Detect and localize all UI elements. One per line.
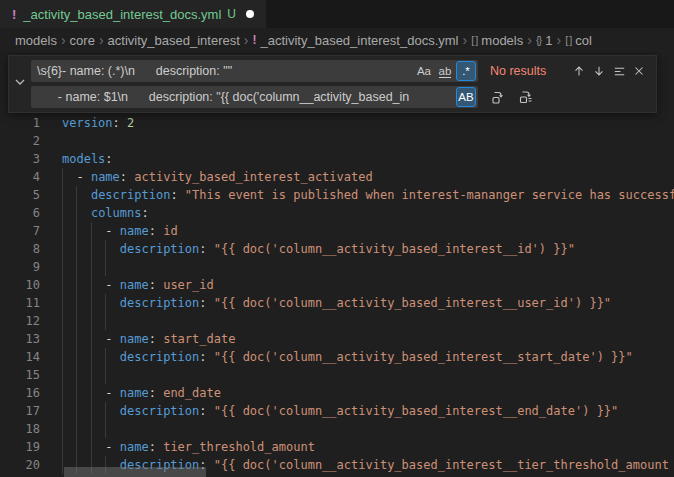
code-line[interactable]: 8 description: "{{ doc('column__activity… (0, 240, 674, 258)
indent-guide (76, 294, 77, 312)
breadcrumb-item-core[interactable]: core (70, 33, 95, 48)
indent-guide (76, 240, 77, 258)
code-token: : (199, 350, 213, 364)
line-number[interactable]: 8 (0, 240, 40, 258)
indent-guide (105, 366, 106, 384)
code-line[interactable]: 3models: (0, 150, 674, 168)
regex-button[interactable]: .* (456, 61, 476, 81)
find-input[interactable]: \s{6}- name: (.*)\n description: "" Aa a… (31, 60, 478, 82)
line-number[interactable]: 11 (0, 294, 40, 312)
code-line[interactable]: 12 (0, 312, 674, 330)
code-token: name (120, 386, 149, 400)
next-match-button[interactable] (589, 61, 609, 81)
whole-word-button[interactable]: ab (435, 61, 455, 81)
line-number[interactable]: 13 (0, 330, 40, 348)
line-number[interactable]: 18 (0, 420, 40, 438)
line-number[interactable]: 20 (0, 456, 40, 474)
indent-guide (62, 258, 63, 276)
line-number[interactable]: 15 (0, 366, 40, 384)
code-line[interactable]: 9 (0, 258, 674, 276)
horizontal-scrollbar[interactable] (64, 467, 206, 477)
chevron-down-icon (12, 74, 28, 94)
line-number[interactable]: 4 (0, 168, 40, 186)
line-number[interactable]: 9 (0, 258, 40, 276)
indent-guide (62, 222, 63, 240)
indent-guide (76, 384, 77, 402)
code-line[interactable]: 5 description: "This event is published … (0, 186, 674, 204)
code-token: id (163, 224, 177, 238)
code-line[interactable]: 10 - name: user_id (0, 276, 674, 294)
code-token: : (105, 152, 112, 166)
breadcrumb-item-activity_based_interest[interactable]: activity_based_interest (108, 33, 240, 48)
line-number[interactable]: 17 (0, 402, 40, 420)
code-token: : (170, 188, 184, 202)
line-number[interactable]: 1 (0, 114, 40, 132)
code-line[interactable]: 14 description: "{{ doc('column__activit… (0, 348, 674, 366)
line-number[interactable]: 10 (0, 276, 40, 294)
code-line[interactable]: 19 - name: tier_threshold_amount (0, 438, 674, 456)
line-number[interactable]: 3 (0, 150, 40, 168)
indent-guide (76, 402, 77, 420)
code-token: name (91, 170, 120, 184)
indent-guide (62, 168, 63, 186)
line-number[interactable]: 14 (0, 348, 40, 366)
code-line[interactable]: 7 - name: id (0, 222, 674, 240)
code-line[interactable]: 2 (0, 132, 674, 150)
code-area[interactable]: 1version: 223models:4 - name: activity_b… (0, 114, 674, 474)
indent-guide (76, 186, 77, 204)
indent-guide (91, 438, 92, 456)
indent-guide (91, 222, 92, 240)
breadcrumb-item-models[interactable]: [ ]models (471, 33, 523, 48)
code-token: name (120, 332, 149, 346)
code-token: start_date (163, 332, 235, 346)
symbol-array-icon: [ ] (471, 34, 477, 46)
code-token: tier_threshold_amount (163, 440, 315, 454)
breadcrumb-item-1[interactable]: {}1 (536, 33, 553, 48)
replace-all-button[interactable] (516, 87, 536, 107)
replace-button[interactable] (488, 87, 508, 107)
line-number[interactable]: 6 (0, 204, 40, 222)
breadcrumb-label: col (575, 33, 592, 48)
code-token: end_date (163, 386, 221, 400)
close-icon[interactable] (629, 61, 649, 81)
code-line[interactable]: 13 - name: start_date (0, 330, 674, 348)
indent-guide (91, 240, 92, 258)
indent-guide (76, 330, 77, 348)
find-in-selection-button[interactable] (609, 61, 629, 81)
line-number[interactable]: 7 (0, 222, 40, 240)
breadcrumb-item-_activity_based_interest_docs.yml[interactable]: !_activity_based_interest_docs.yml (252, 33, 458, 48)
line-number[interactable]: 5 (0, 186, 40, 204)
line-number[interactable]: 12 (0, 312, 40, 330)
whole-word-label: ab (439, 65, 452, 78)
code-token: "{{ doc('column__activity_based_interest… (214, 242, 575, 256)
indent-guide (62, 276, 63, 294)
tab-filename: _activity_based_interest_docs.yml (23, 7, 221, 22)
match-case-button[interactable]: Aa (414, 61, 434, 81)
tab-active-file[interactable]: ! _activity_based_interest_docs.yml U (0, 0, 266, 28)
breadcrumb-item-models[interactable]: models (15, 33, 57, 48)
indent-guide (91, 366, 92, 384)
replace-input[interactable]: - name: $1\n description: "{{ doc('colum… (31, 86, 478, 108)
git-status-badge: U (227, 7, 236, 21)
code-line[interactable]: 18 (0, 420, 674, 438)
line-number[interactable]: 2 (0, 132, 40, 150)
line-number[interactable]: 16 (0, 384, 40, 402)
code-line[interactable]: 4 - name: activity_based_interest_activa… (0, 168, 674, 186)
previous-match-button[interactable] (569, 61, 589, 81)
indent-guide (105, 348, 106, 366)
editor[interactable]: 1version: 223models:4 - name: activity_b… (0, 52, 674, 477)
code-line[interactable]: 6 columns: (0, 204, 674, 222)
code-line[interactable]: 17 description: "{{ doc('column__activit… (0, 402, 674, 420)
line-number[interactable]: 19 (0, 438, 40, 456)
modified-dot-icon[interactable] (246, 10, 254, 18)
toggle-replace-button[interactable] (9, 56, 31, 112)
breadcrumb-separator: › (557, 32, 562, 48)
code-line[interactable]: 15 (0, 366, 674, 384)
breadcrumb-item-col[interactable]: [ ]col (565, 33, 592, 48)
code-token: : (149, 224, 163, 238)
code-line[interactable]: 16 - name: end_date (0, 384, 674, 402)
indent-guide (62, 330, 63, 348)
preserve-case-button[interactable]: AB (456, 87, 476, 107)
code-line[interactable]: 1version: 2 (0, 114, 674, 132)
code-line[interactable]: 11 description: "{{ doc('column__activit… (0, 294, 674, 312)
